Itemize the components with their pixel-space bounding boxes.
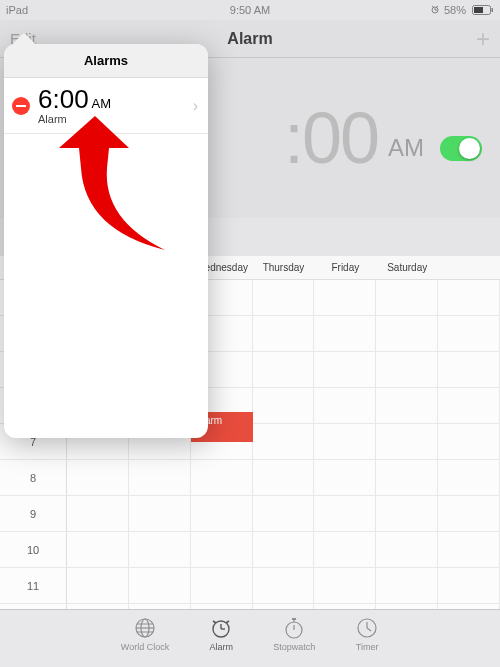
- alarm-time: 6:00AM: [38, 86, 193, 112]
- tab-label: Stopwatch: [273, 642, 315, 652]
- svg-line-17: [226, 621, 229, 623]
- day-header: Thursday: [253, 256, 315, 279]
- svg-rect-6: [474, 7, 483, 13]
- day-header: Friday: [314, 256, 376, 279]
- tab-label: Alarm: [209, 642, 233, 652]
- alarms-popover: Alarms 6:00AM Alarm ›: [4, 44, 208, 438]
- tab-timer[interactable]: Timer: [355, 616, 379, 667]
- tab-world-clock[interactable]: World Clock: [121, 616, 169, 667]
- main-time-display: :00: [284, 97, 378, 179]
- tab-stopwatch[interactable]: Stopwatch: [273, 616, 315, 667]
- tab-alarm[interactable]: Alarm: [209, 616, 233, 667]
- chevron-right-icon: ›: [193, 97, 198, 115]
- tab-label: World Clock: [121, 642, 169, 652]
- svg-line-16: [213, 621, 216, 623]
- popover-title: Alarms: [4, 44, 208, 78]
- globe-icon: [133, 616, 157, 640]
- alarm-status-icon: [430, 4, 440, 16]
- device-label: iPad: [6, 4, 28, 16]
- svg-rect-20: [292, 618, 296, 620]
- timer-icon: [355, 616, 379, 640]
- page-title: Alarm: [227, 30, 272, 48]
- svg-line-3: [432, 6, 434, 7]
- alarm-label: Alarm: [38, 113, 193, 125]
- svg-line-4: [436, 6, 438, 7]
- delete-alarm-icon[interactable]: [12, 97, 30, 115]
- alarm-toggle[interactable]: [440, 136, 482, 161]
- alarm-clock-icon: [209, 616, 233, 640]
- battery-percent: 58%: [444, 4, 466, 16]
- stopwatch-icon: [282, 616, 306, 640]
- main-ampm: AM: [388, 134, 424, 162]
- tab-label: Timer: [356, 642, 379, 652]
- status-time: 9:50 AM: [230, 4, 270, 16]
- svg-line-24: [367, 628, 371, 631]
- battery-icon: [470, 5, 494, 15]
- alarm-row[interactable]: 6:00AM Alarm ›: [4, 78, 208, 134]
- day-header: Saturday: [376, 256, 438, 279]
- svg-rect-7: [492, 8, 494, 12]
- add-alarm-button[interactable]: +: [476, 27, 490, 51]
